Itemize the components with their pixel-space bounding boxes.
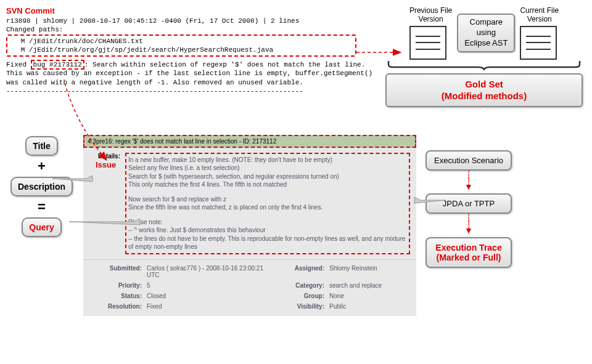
svn-message: Fixed bug #2173112: Search within select…	[6, 60, 373, 87]
left-labels: Title + Description = Query	[6, 135, 77, 238]
compare-box: Compare using Eclipse AST	[457, 14, 515, 52]
issue-details-body: In a new buffer, make 10 empty lines. (N…	[125, 153, 410, 254]
issue-meta: Submitted:Carlos ( solrac776 ) - 2008-10…	[83, 259, 416, 316]
right-flow: Execution Scenario ┆┆▼ JPDA or TPTP ┆┆▼ …	[426, 135, 512, 270]
svn-bug-ref: bug #2173112	[31, 60, 84, 70]
gold-set-box: Gold Set (Modified methods)	[385, 73, 583, 107]
arrow-down-1-icon: ┆┆▼	[426, 172, 512, 190]
issue-title: 4.3pre16: regex '$' does not match last …	[83, 135, 416, 148]
curr-file-label: Current File Version	[520, 6, 559, 24]
prev-file-icon	[409, 26, 446, 60]
jpda-box: JPDA or TPTP	[426, 193, 512, 214]
svn-commit-label: SVN Commit	[6, 6, 373, 15]
exec-trace-box: Execution Trace (Marked or Full)	[426, 237, 512, 268]
bracket-icon	[385, 60, 583, 71]
plus-symbol: +	[6, 158, 77, 174]
svn-header-line: r13898 | shlomy | 2008-10-17 00:45:12 -0…	[6, 17, 373, 25]
issue-panel: 4.3pre16: regex '$' does not match last …	[83, 135, 416, 316]
svn-path-0: M /jEdit/trunk/doc/CHANGES.txt	[9, 37, 354, 46]
curr-file-icon	[520, 26, 557, 60]
svn-commit-block: SVN Commit r13898 | shlomy | 2008-10-17 …	[6, 6, 373, 95]
svn-path-1: M /jEdit/trunk/org/gjt/sp/jedit/search/H…	[9, 46, 354, 54]
query-label: Query	[22, 217, 61, 237]
issue-label: Issue	[96, 160, 116, 169]
arrow-down-2-icon: ┆┆▼	[426, 216, 512, 233]
svn-paths-box: M /jEdit/trunk/doc/CHANGES.txt M /jEdit/…	[6, 34, 356, 57]
prev-file-label: Previous File Version	[409, 6, 452, 24]
svn-changed-paths-label: Changed paths:	[6, 25, 373, 34]
exec-scenario-box: Execution Scenario	[426, 150, 512, 171]
compare-section: Previous File Version Compare using Ecli…	[385, 6, 583, 107]
title-label: Title	[25, 136, 58, 156]
svn-dashline: ----------------------------------------…	[6, 87, 373, 95]
description-label: Description	[10, 177, 73, 196]
equals-symbol: =	[6, 199, 77, 215]
